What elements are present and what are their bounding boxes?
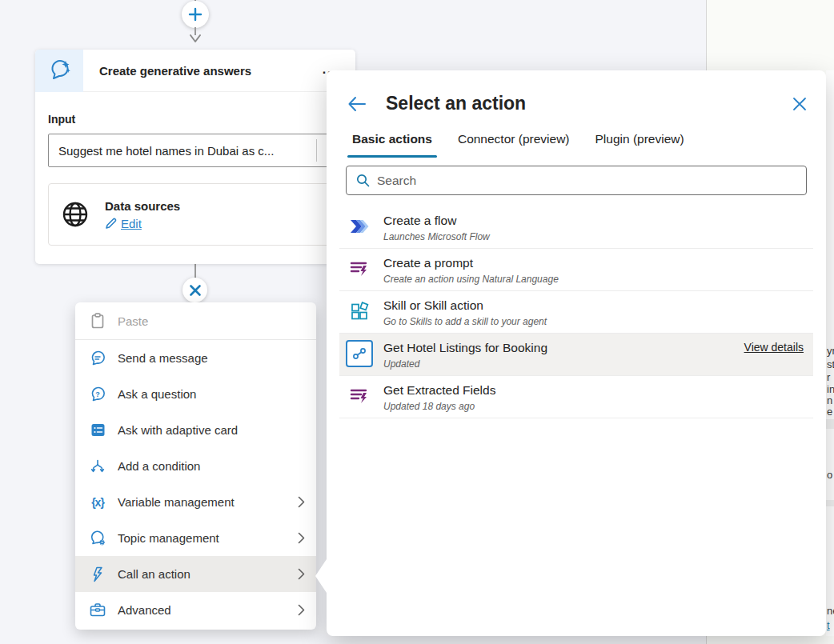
close-button[interactable]: [792, 97, 807, 111]
menu-item-label: Ask a question: [118, 387, 305, 401]
clipboard-icon: [88, 313, 107, 329]
cancel-x-icon: [189, 284, 202, 297]
chevron-right-icon: [298, 604, 305, 616]
close-x-icon: [792, 97, 807, 111]
arrow-down-icon: [189, 34, 202, 43]
dialog-title: Select an action: [386, 93, 792, 114]
menu-item-label: Variable management: [118, 495, 298, 509]
action-row-get-extracted-fields[interactable]: Get Extracted Fields Updated 18 days ago: [339, 376, 813, 418]
action-row-create-a-flow[interactable]: Create a flow Launches Microsoft Flow: [339, 206, 813, 249]
select-an-action-dialog: Select an action Basic actions Connector…: [327, 70, 826, 636]
occluded-panel-sliver: yr st r in n e o ne t: [826, 70, 834, 636]
dialog-tabs: Basic actions Connector (preview) Plugin…: [327, 114, 826, 158]
node-body: Input Suggest me hotel names in Dubai as…: [35, 92, 355, 246]
menu-item-label: Ask with adaptive card: [118, 423, 305, 437]
menu-item-label: Paste: [118, 314, 305, 328]
chevron-right-icon: [298, 532, 305, 544]
globe-icon: [60, 199, 90, 230]
connector-link-icon: [346, 340, 373, 367]
node-input-field[interactable]: Suggest me hotel names in Dubai as c...: [48, 134, 343, 167]
tab-plugin-preview[interactable]: Plugin (preview): [595, 132, 684, 158]
toolbox-icon: [88, 602, 107, 618]
action-title: Get Hotel Listings for Booking: [383, 339, 744, 356]
menu-item-paste[interactable]: Paste: [75, 302, 316, 339]
adaptive-card-icon: [88, 422, 107, 438]
menu-item-label: Add a condition: [118, 459, 305, 473]
edit-data-sources-link[interactable]: Edit: [105, 217, 180, 230]
generative-answers-node[interactable]: Create generative answers ... Input Sugg…: [35, 50, 355, 264]
action-subtitle: Launches Microsoft Flow: [383, 231, 807, 242]
variable-icon: {x}: [88, 496, 107, 509]
menu-item-add-a-condition[interactable]: Add a condition: [75, 448, 316, 484]
action-row-get-hotel-listings[interactable]: Get Hotel Listings for Booking Updated V…: [339, 334, 813, 376]
menu-item-ask-a-question[interactable]: ? Ask a question: [75, 376, 316, 412]
node-input-label: Input: [48, 113, 343, 126]
action-subtitle: Create an action using Natural Language: [383, 274, 807, 285]
search-input[interactable]: [377, 174, 806, 188]
generative-answers-icon: [46, 58, 72, 83]
menu-item-label: Topic management: [118, 531, 298, 545]
menu-item-variable-management[interactable]: {x} Variable management: [75, 484, 316, 520]
view-details-link[interactable]: View details: [744, 341, 804, 354]
action-title: Get Extracted Fields: [383, 382, 807, 398]
cancel-insert-button[interactable]: [182, 278, 207, 302]
skill-icon: [346, 298, 373, 325]
dialog-header: Select an action: [327, 70, 826, 114]
action-title: Create a prompt: [383, 254, 807, 271]
tab-connector-preview[interactable]: Connector (preview): [458, 132, 570, 158]
node-title: Create generative answers: [99, 64, 251, 78]
menu-item-label: Send a message: [118, 351, 305, 365]
menu-item-label: Advanced: [118, 603, 298, 617]
data-sources-label: Data sources: [105, 199, 180, 213]
action-row-create-a-prompt[interactable]: Create a prompt Create an action using N…: [339, 249, 813, 291]
action-search-box[interactable]: [346, 166, 807, 195]
message-bubble-icon: [88, 350, 107, 366]
copilot-studio-authoring-canvas: Create generative answers ... Input Sugg…: [0, 0, 834, 644]
chevron-right-icon: [298, 496, 305, 508]
node-insert-context-menu: Paste Send a message ? Ask a question: [75, 302, 316, 630]
prompt-icon: [346, 255, 373, 282]
action-row-skill[interactable]: Skill or Skill action Go to Skills to ad…: [339, 291, 813, 334]
add-node-button[interactable]: [182, 1, 209, 28]
dialog-beak: [315, 559, 327, 593]
action-title: Create a flow: [383, 212, 807, 229]
svg-text:?: ?: [95, 390, 100, 398]
action-subtitle: Updated 18 days ago: [383, 401, 807, 412]
menu-item-advanced[interactable]: Advanced: [75, 592, 316, 628]
back-arrow-icon: [347, 96, 367, 112]
back-button[interactable]: [347, 96, 367, 112]
question-bubble-icon: ?: [88, 386, 107, 402]
power-automate-icon: [346, 213, 373, 240]
tab-basic-actions[interactable]: Basic actions: [352, 132, 432, 158]
input-inner-divider: [316, 139, 317, 162]
edit-link-label: Edit: [121, 217, 142, 230]
action-subtitle: Go to Skills to add a skill to your agen…: [383, 316, 807, 327]
lightning-icon: [88, 566, 107, 582]
action-list: Create a flow Launches Microsoft Flow Cr…: [339, 206, 813, 418]
data-sources-card: Data sources Edit: [48, 183, 343, 246]
search-icon: [356, 174, 370, 187]
node-input-value: Suggest me hotel names in Dubai as c...: [58, 144, 274, 158]
node-icon-cell: [35, 50, 83, 92]
condition-branch-icon: [88, 458, 107, 474]
menu-item-call-an-action[interactable]: Call an action: [75, 556, 316, 592]
action-subtitle: Updated: [383, 358, 744, 370]
prompt-icon: [346, 382, 373, 410]
plus-icon: [188, 7, 202, 22]
menu-item-ask-with-adaptive-card[interactable]: Ask with adaptive card: [75, 412, 316, 448]
chevron-right-icon: [298, 568, 305, 580]
action-title: Skill or Skill action: [383, 297, 807, 314]
pencil-icon: [105, 218, 117, 230]
menu-item-send-a-message[interactable]: Send a message: [75, 340, 316, 376]
node-header: Create generative answers ...: [35, 50, 355, 92]
menu-item-topic-management[interactable]: Topic management: [75, 520, 316, 556]
menu-item-label: Call an action: [118, 567, 298, 581]
topic-bubble-gear-icon: [88, 530, 107, 546]
